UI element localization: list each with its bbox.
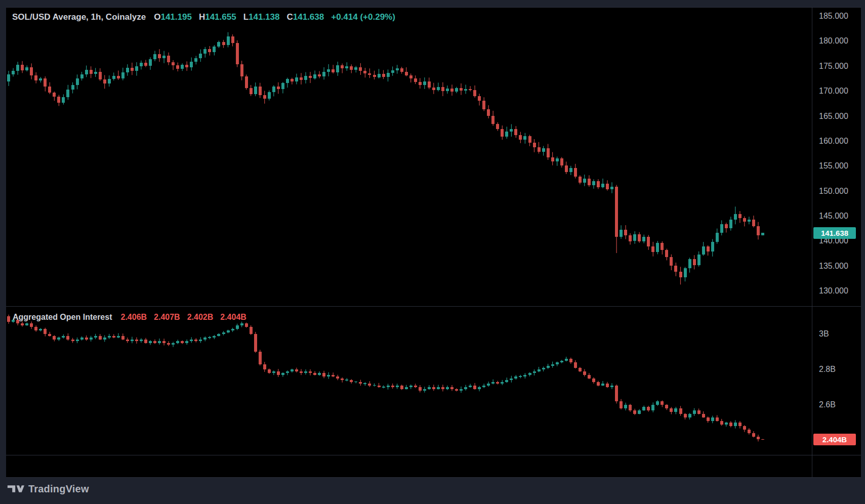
price-axis-label: 170.000 — [819, 87, 848, 96]
oi-pane-surface[interactable] — [0, 307, 812, 455]
left-frame-strip — [0, 7, 6, 478]
legend-open: O141.195 — [154, 12, 192, 22]
oi-indicator-title[interactable]: Aggregated Open Interest — [13, 313, 112, 322]
footer-bar: TradingView — [0, 478, 865, 504]
price-axis-label: 160.000 — [819, 137, 848, 146]
price-axis-label: 165.000 — [819, 112, 848, 121]
tradingview-logo-icon — [7, 483, 24, 495]
legend-low: L141.138 — [243, 12, 280, 22]
legend-close: C141.638 — [286, 12, 324, 22]
price-axis-label: 150.000 — [819, 187, 848, 196]
price-axis-label: 145.000 — [819, 212, 848, 221]
tradingview-logo-text: TradingView — [28, 483, 89, 495]
price-axis-label: 130.000 — [819, 286, 848, 296]
close-value: 141.638 — [293, 12, 324, 22]
right-frame-strip — [861, 7, 865, 478]
low-value: 141.138 — [249, 12, 279, 22]
high-value: 141.655 — [205, 12, 236, 22]
price-last-value-badge: 141.638 — [813, 227, 856, 239]
change-value: +0.414 (+0.29%) — [331, 12, 395, 22]
oi-high-value: 2.407B — [154, 313, 180, 322]
pane-separator-line[interactable] — [0, 306, 865, 307]
price-axis-label: 175.000 — [819, 62, 848, 71]
price-axis-label: 135.000 — [819, 262, 848, 271]
price-legend: SOL/USD Average, 1h, Coinalyze O141.195 … — [12, 12, 395, 22]
price-axis-label: 185.000 — [819, 12, 848, 21]
price-axis-label: 155.000 — [819, 161, 848, 171]
tradingview-chart-widget: 185.000180.000175.000170.000165.000160.0… — [0, 0, 865, 504]
top-border-line — [0, 7, 865, 8]
time-scale[interactable]: 2021222324252615:00 — [0, 455, 812, 478]
oi-open-value: 2.406B — [120, 313, 147, 322]
open-value: 141.195 — [160, 12, 191, 22]
aggregated_open_interest-axis-label: 2.6B — [819, 400, 836, 409]
price-axis-label: 180.000 — [819, 36, 848, 46]
oi-low-value: 2.402B — [187, 313, 214, 322]
price-scale[interactable]: 185.000180.000175.000170.000165.000160.0… — [812, 0, 865, 478]
aggregated_open_interest-last-value-badge: 2.404B — [813, 434, 856, 445]
price-pane-surface[interactable] — [0, 7, 812, 306]
symbol-title[interactable]: SOL/USD Average, 1h, Coinalyze — [12, 12, 146, 22]
oi-close-value: 2.404B — [220, 313, 246, 322]
aggregated_open_interest-axis-label: 2.8B — [819, 365, 836, 374]
oi-legend: Aggregated Open Interest 2.406B 2.407B 2… — [13, 313, 254, 322]
aggregated_open_interest-axis-label: 3B — [819, 329, 829, 339]
legend-high: H141.655 — [199, 12, 236, 22]
top-frame-strip — [0, 0, 865, 7]
time-axis-border-line — [0, 455, 865, 455]
tradingview-logo[interactable]: TradingView — [7, 483, 89, 495]
